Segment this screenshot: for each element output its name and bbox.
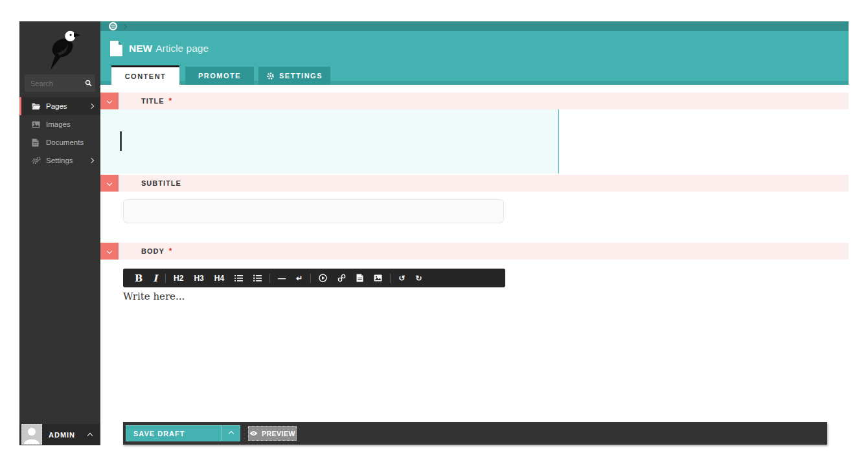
body-editor[interactable] [100, 287, 849, 417]
heading-3-button[interactable]: H3 [188, 269, 209, 287]
avatar [21, 424, 42, 445]
toolbar-divider [310, 274, 311, 283]
cogs-icon [32, 156, 41, 165]
sidebar-item-label: Images [46, 120, 71, 128]
save-draft-label: SAVE DRAFT [126, 430, 185, 438]
gear-icon [266, 72, 275, 80]
heading-2-button[interactable]: H2 [168, 269, 188, 287]
page: Pages Images [0, 0, 868, 466]
required-asterisk: * [169, 247, 172, 256]
ordered-list-icon [234, 274, 243, 282]
tab-settings-label: SETTINGS [279, 72, 323, 80]
image-icon [374, 274, 382, 282]
title-collapse-button[interactable] [100, 93, 119, 109]
text-cursor [120, 131, 122, 151]
account-bar[interactable]: ADMIN [19, 424, 100, 445]
heading-4-button[interactable]: H4 [209, 269, 229, 287]
save-draft-button[interactable]: SAVE DRAFT [126, 425, 240, 441]
folder-open-icon [32, 102, 41, 111]
eye-icon [249, 430, 258, 436]
title-input[interactable] [100, 109, 559, 173]
sidebar-nav: Pages Images [19, 97, 100, 170]
root-page-globe-icon[interactable] [109, 22, 117, 30]
unordered-list-button[interactable] [248, 269, 267, 287]
line-break-button[interactable]: ↵ [291, 269, 308, 287]
sidebar-item-documents[interactable]: Documents [19, 133, 100, 151]
tab-settings[interactable]: SETTINGS [258, 67, 330, 85]
sidebar-item-images[interactable]: Images [19, 115, 100, 133]
sidebar-item-settings[interactable]: Settings [19, 151, 100, 170]
account-name: ADMIN [49, 424, 75, 445]
subtitle-collapse-button[interactable] [100, 175, 119, 192]
breadcrumb-chevron-icon [122, 24, 127, 29]
body-field-label: BODY [141, 247, 165, 255]
subtitle-field-label: SUBTITLE [141, 179, 181, 187]
document-icon [356, 274, 363, 282]
unordered-list-icon [253, 274, 262, 282]
page-title: NEWArticle page [129, 43, 209, 54]
breadcrumb [100, 21, 849, 31]
bold-button[interactable]: B [130, 269, 148, 287]
sidebar-search [25, 74, 95, 92]
sidebar-item-label: Pages [46, 102, 67, 110]
link-icon [337, 274, 346, 282]
toolbar-divider [269, 274, 270, 283]
chevron-down-icon [107, 181, 112, 186]
embed-button[interactable] [314, 269, 332, 287]
sidebar-item-label: Settings [46, 157, 73, 164]
redo-button[interactable]: ↻ [410, 269, 427, 287]
toolbar-divider [390, 274, 391, 283]
image-icon [32, 120, 41, 129]
tab-content[interactable]: CONTENT [111, 65, 179, 85]
subtitle-section-header: SUBTITLE [100, 175, 849, 192]
subtitle-input[interactable] [123, 199, 504, 223]
link-button[interactable] [332, 269, 351, 287]
save-options-toggle[interactable] [222, 426, 240, 441]
chevron-down-icon [107, 249, 112, 254]
chevron-down-icon [107, 98, 112, 104]
toolbar-divider [165, 274, 166, 283]
tab-promote[interactable]: PROMOTE [185, 67, 254, 85]
body-placeholder: Write here... [123, 291, 185, 302]
richtext-toolbar: B I H2 H3 H4 — ↵ [123, 269, 505, 287]
wagtail-logo[interactable] [19, 27, 100, 74]
document-button[interactable] [351, 269, 369, 287]
required-asterisk: * [169, 96, 172, 105]
bird-logo-icon [38, 27, 83, 74]
chevron-right-icon [89, 158, 94, 163]
search-icon[interactable] [85, 80, 95, 87]
italic-button[interactable]: I [148, 269, 163, 287]
chevron-up-icon [228, 430, 233, 436]
sidebar: Pages Images [19, 21, 100, 445]
body-collapse-button[interactable] [100, 243, 119, 260]
title-field-label: TITLE [141, 97, 165, 105]
page-title-status: NEW [129, 43, 152, 54]
chevron-right-icon [89, 104, 94, 109]
embed-icon [319, 274, 327, 282]
undo-button[interactable]: ↺ [393, 269, 410, 287]
horizontal-rule-button[interactable]: — [273, 269, 291, 287]
sidebar-item-pages[interactable]: Pages [19, 97, 100, 115]
page-title-name: Article page [155, 43, 209, 54]
image-button[interactable] [369, 269, 387, 287]
document-icon [32, 138, 41, 147]
search-input[interactable] [25, 80, 85, 87]
preview-button[interactable]: PREVIEW [248, 426, 297, 441]
action-bar: SAVE DRAFT PREVIEW [123, 422, 827, 445]
title-section-header: TITLE * [100, 93, 849, 109]
body-section-header: BODY * [100, 243, 849, 260]
page-doc-icon [110, 41, 122, 59]
sidebar-item-label: Documents [46, 139, 84, 146]
preview-label: PREVIEW [262, 430, 295, 438]
chevron-up-icon [87, 433, 93, 438]
ordered-list-button[interactable] [229, 269, 248, 287]
